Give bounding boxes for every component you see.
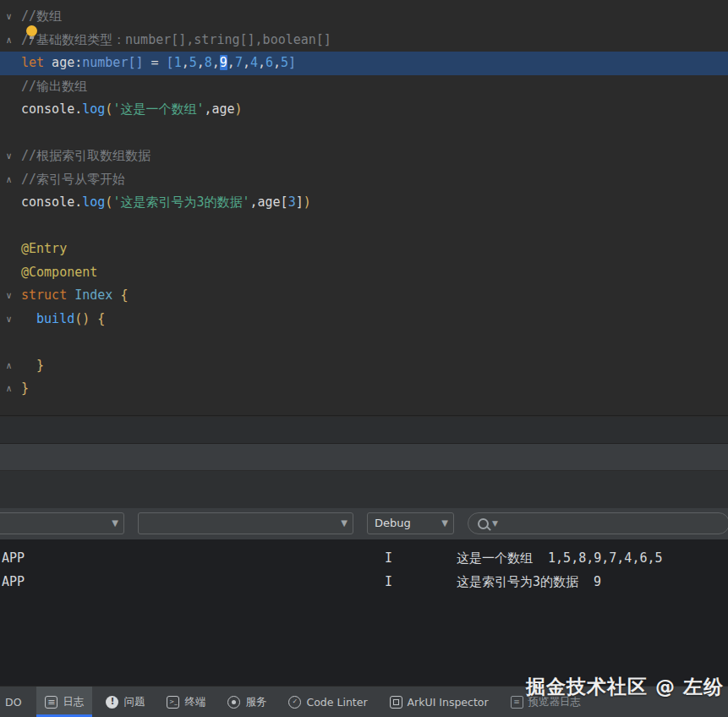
code-line[interactable]: ∨//根据索引取数组数据 [0, 145, 728, 168]
code-token: , [243, 55, 250, 70]
code-token: 6 [265, 55, 273, 70]
log-row[interactable]: APPI这是一个数组 1,5,8,9,7,4,6,5 [0, 546, 728, 570]
code-line[interactable]: ∧ } [0, 354, 728, 378]
code-token: 5 [281, 55, 288, 70]
code-token: } [21, 358, 44, 373]
log-source: APP [2, 570, 25, 594]
search-icon [478, 518, 489, 529]
tab-label: Code Linter [306, 696, 367, 709]
code-line[interactable] [0, 215, 728, 238]
code-token: . [74, 194, 82, 210]
intention-bulb-icon[interactable] [26, 25, 37, 36]
tab-problems[interactable]: 问题 [97, 687, 153, 717]
code-token: console [21, 194, 74, 210]
code-token [21, 311, 36, 326]
code-area: ∨//数组∧//基础数组类型：number[],string[],boolean… [0, 5, 728, 401]
code-token: . [74, 101, 82, 117]
code-token: } [21, 380, 29, 396]
code-token: '这是一个数组' [112, 101, 204, 117]
fold-expand-icon[interactable]: ∨ [3, 5, 15, 29]
code-token: ) [235, 101, 243, 117]
code-editor[interactable]: ∨//数组∧//基础数组类型：number[],string[],boolean… [0, 0, 728, 416]
fold-end-icon[interactable]: ∧ [3, 377, 15, 401]
code-token: ) [304, 194, 311, 210]
log-row[interactable]: APPI这是索引号为3的数据 9 [0, 570, 728, 594]
arkui-icon [390, 696, 402, 709]
code-token: log [82, 194, 105, 210]
code-line[interactable] [0, 331, 728, 354]
chevron-down-icon: ▼ [112, 519, 118, 528]
code-token: , [249, 194, 257, 210]
tab-code-linter[interactable]: Code Linter [280, 687, 375, 717]
search-options-chevron-icon[interactable]: ▼ [492, 519, 498, 528]
chevron-down-icon: ▼ [441, 519, 448, 528]
tab-label: 服务 [245, 695, 266, 709]
code-token: //索引号从零开始 [21, 172, 125, 187]
fold-end-icon[interactable]: ∧ [3, 354, 15, 378]
code-line[interactable]: ∧} [0, 377, 728, 401]
tab-log[interactable]: 日志 [36, 687, 92, 717]
tab-terminal[interactable]: 终端 [158, 687, 214, 717]
code-token: , [227, 55, 235, 70]
code-line[interactable]: ∨ build() { [0, 308, 728, 331]
code-token: { [120, 287, 128, 303]
code-line[interactable]: ∧//索引号从零开始 [0, 168, 728, 192]
chevron-down-icon: ▼ [341, 519, 348, 528]
fold-end-icon[interactable]: ∧ [3, 29, 15, 52]
code-line[interactable]: //输出数组 [0, 75, 728, 99]
code-token: 8 [205, 55, 212, 70]
fold-expand-icon[interactable]: ∨ [3, 145, 15, 168]
log-console[interactable]: APPI这是一个数组 1,5,8,9,7,4,6,5APPI这是索引号为3的数据… [0, 539, 728, 687]
tab-arkui-inspector[interactable]: ArkUI Inspector [381, 687, 497, 717]
code-line[interactable]: @Entry [0, 238, 728, 261]
code-token: '这是索引号为3的数据' [112, 194, 249, 210]
code-token: struct [21, 287, 74, 303]
code-token: let [21, 55, 44, 70]
tab-services[interactable]: 服务 [219, 687, 275, 717]
fold-end-icon[interactable]: ∧ [3, 168, 15, 192]
code-token [90, 311, 97, 326]
code-token: build [36, 311, 74, 326]
empty-panel-strip-3 [0, 471, 728, 509]
code-token: , [182, 55, 189, 70]
code-line[interactable]: ∨//数组 [0, 5, 728, 29]
log-message: 这是一个数组 1,5,8,9,7,4,6,5 [457, 546, 663, 570]
code-token: 3 [288, 194, 296, 210]
terminal-icon [167, 696, 179, 709]
problems-icon [106, 696, 118, 709]
code-line[interactable]: console.log('这是一个数组',age) [0, 98, 728, 122]
preview-log-icon [511, 696, 523, 709]
code-token: age [211, 101, 234, 117]
code-token: //输出数组 [21, 79, 87, 94]
fold-expand-icon[interactable]: ∨ [3, 284, 15, 308]
watermark-text: 掘金技术社区 @ 左纷 [526, 674, 724, 700]
tab-label: 问题 [123, 695, 145, 709]
code-line[interactable]: ∧//基础数组类型：number[],string[],boolean[] [0, 29, 728, 52]
code-line[interactable]: let age:number[] = [1,5,8,9,7,4,6,5] [0, 52, 728, 75]
code-token: Index [74, 287, 120, 303]
code-token: , [273, 55, 281, 70]
log-search-input[interactable]: ▼ [468, 512, 728, 534]
log-filter-toolbar: ▼ ▼ Debug ▼ ▼ [0, 508, 728, 540]
log-level-combo[interactable]: Debug ▼ [367, 512, 454, 534]
log-source: APP [2, 546, 25, 570]
code-token: , [258, 55, 265, 70]
fold-expand-icon[interactable]: ∨ [3, 308, 15, 331]
code-line[interactable] [0, 122, 728, 145]
tab-label: DO [5, 696, 21, 709]
code-line[interactable]: ∨struct Index { [0, 284, 728, 308]
log-rows: APPI这是一个数组 1,5,8,9,7,4,6,5APPI这是索引号为3的数据… [0, 546, 728, 594]
tab-todo-partial[interactable]: DO [0, 687, 28, 717]
device-combo[interactable]: ▼ [0, 512, 124, 534]
code-line[interactable]: @Component [0, 261, 728, 285]
log-level: I [385, 546, 392, 570]
code-token: log [82, 101, 105, 117]
code-token: , [212, 55, 220, 70]
code-token: 9 [220, 55, 227, 70]
empty-panel-strip-2 [0, 444, 728, 471]
code-token: //根据索引取数组数据 [21, 148, 151, 163]
code-token: age [258, 194, 281, 210]
code-token: = [144, 55, 167, 70]
process-combo[interactable]: ▼ [138, 512, 353, 534]
code-line[interactable]: console.log('这是索引号为3的数据',age[3]) [0, 191, 728, 215]
